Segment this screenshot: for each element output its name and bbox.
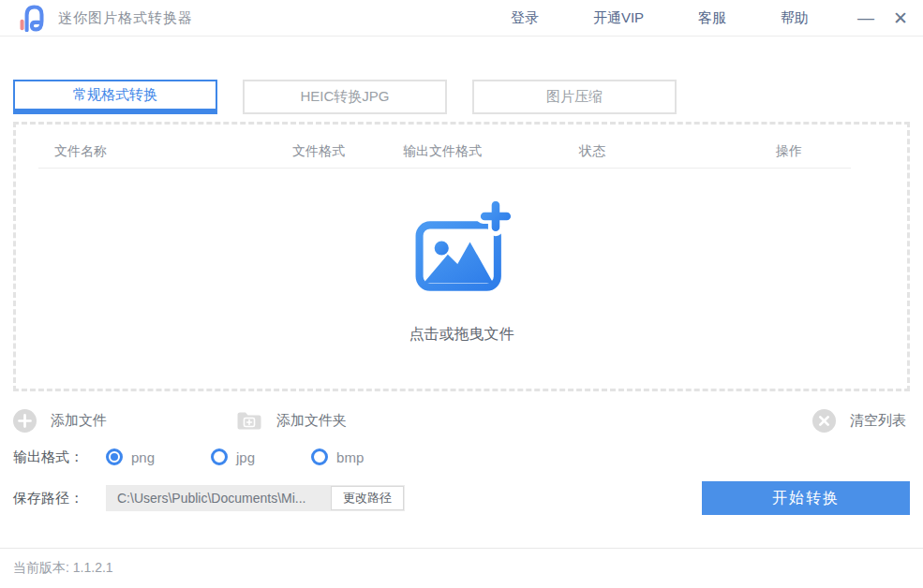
radio-bmp-icon[interactable] (311, 448, 328, 465)
add-file-label: 添加文件 (51, 412, 107, 430)
circle-plus-icon (13, 409, 37, 433)
output-format-row: 输出格式： png jpg bmp (13, 448, 910, 466)
add-file-button[interactable]: 添加文件 (13, 409, 107, 433)
tab-heic-to-jpg[interactable]: HEIC转换JPG (243, 80, 447, 114)
circle-x-icon (812, 409, 836, 433)
folder-plus-icon (236, 411, 262, 431)
add-folder-label: 添加文件夹 (276, 412, 347, 430)
app-title: 迷你图片格式转换器 (58, 9, 193, 27)
radio-png-label: png (131, 449, 155, 465)
radio-option-bmp[interactable]: bmp (311, 448, 364, 465)
header-divider (38, 168, 851, 169)
add-folder-button[interactable]: 添加文件夹 (236, 411, 347, 431)
column-file-format: 文件格式 (292, 143, 345, 160)
titlebar: 迷你图片格式转换器 登录 开通VIP 客服 帮助 — ✕ (0, 0, 923, 37)
radio-option-png[interactable]: png (106, 448, 155, 465)
save-path-value: C:\Users\Public\Documents\Mi... (117, 491, 331, 506)
radio-jpg-icon[interactable] (211, 448, 228, 465)
window-controls: — ✕ (857, 9, 908, 27)
column-operation: 操作 (776, 143, 802, 160)
change-path-button[interactable]: 更改路径 (331, 486, 404, 510)
radio-jpg-label: jpg (236, 449, 255, 465)
menu-vip[interactable]: 开通VIP (593, 9, 644, 27)
output-format-label: 输出格式： (13, 448, 83, 466)
radio-bmp-label: bmp (336, 449, 364, 465)
menu-support[interactable]: 客服 (698, 9, 726, 27)
radio-option-jpg[interactable]: jpg (211, 448, 255, 465)
column-status: 状态 (579, 143, 605, 160)
start-convert-button[interactable]: 开始转换 (702, 481, 910, 515)
dropzone-center: 点击或拖曳文件 (16, 201, 907, 345)
footer: 当前版本: 1.1.2.1 (0, 548, 923, 588)
tab-bar: 常规格式转换 HEIC转换JPG 图片压缩 (0, 80, 923, 114)
app-logo-icon (13, 4, 49, 32)
column-output-format: 输出文件格式 (403, 143, 482, 160)
save-path-label: 保存路径： (13, 490, 83, 507)
file-dropzone[interactable]: 文件名称 文件格式 输出文件格式 状态 操作 点击或拖曳文件 (13, 122, 910, 391)
save-path-field: C:\Users\Public\Documents\Mi... 更改路径 (106, 485, 405, 511)
actions-row: 添加文件 添加文件夹 清空列表 (13, 408, 910, 433)
tab-image-compress[interactable]: 图片压缩 (472, 80, 677, 114)
clear-list-label: 清空列表 (850, 412, 906, 430)
radio-png-icon[interactable] (106, 448, 123, 465)
minimize-icon[interactable]: — (857, 9, 874, 26)
save-path-row: 保存路径： C:\Users\Public\Documents\Mi... 更改… (13, 481, 910, 515)
tab-regular-convert[interactable]: 常规格式转换 (13, 80, 217, 114)
file-table-header: 文件名称 文件格式 输出文件格式 状态 操作 (16, 125, 907, 168)
dropzone-hint[interactable]: 点击或拖曳文件 (409, 325, 514, 345)
image-plus-icon[interactable] (412, 201, 512, 295)
column-file-name: 文件名称 (54, 143, 107, 160)
menu-help[interactable]: 帮助 (781, 9, 809, 27)
top-menu: 登录 开通VIP 客服 帮助 (511, 9, 809, 27)
menu-login[interactable]: 登录 (511, 9, 539, 27)
clear-list-button[interactable]: 清空列表 (812, 409, 906, 433)
close-icon[interactable]: ✕ (893, 9, 908, 27)
version-text: 当前版本: 1.1.2.1 (13, 560, 113, 577)
